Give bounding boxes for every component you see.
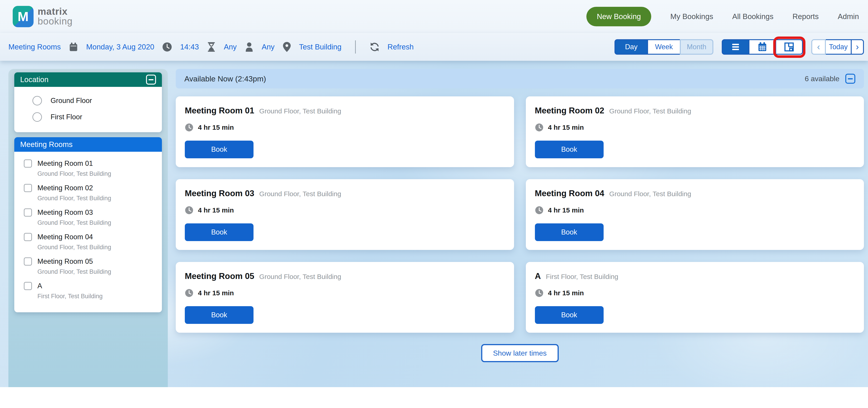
card-duration: 4 hr 15 min — [548, 207, 584, 214]
brand-name-line2: booking — [38, 17, 72, 26]
card-room-location: Ground Floor, Test Building — [259, 190, 341, 198]
content-area: Location Ground Floor First Floor — [0, 61, 868, 387]
results-area: Available Now (2:43pm) 6 available Meeti… — [176, 69, 864, 362]
prev-day-button[interactable]: ‹ — [811, 39, 826, 55]
radio-first-floor[interactable] — [32, 112, 42, 122]
book-button[interactable]: Book — [185, 223, 253, 241]
list-view-button[interactable] — [722, 39, 749, 55]
book-button[interactable]: Book — [185, 306, 253, 324]
card-duration: 4 hr 15 min — [198, 124, 234, 131]
card-room-location: Ground Floor, Test Building — [259, 273, 341, 281]
date-selector[interactable]: Monday, 3 Aug 2020 — [86, 43, 154, 51]
radio-ground-floor[interactable] — [32, 96, 42, 105]
brand-name-line1: matrix — [38, 7, 72, 17]
floorplan-view-button[interactable] — [775, 39, 803, 55]
location-option-ground: Ground Floor — [32, 96, 162, 105]
clock-icon — [162, 42, 172, 52]
room-name: Meeting Room 03 — [37, 209, 93, 217]
card-room-location: First Floor, Test Building — [546, 273, 618, 281]
calendar-view-button[interactable] — [748, 39, 776, 55]
clock-icon — [185, 289, 193, 297]
rooms-panel-body: Meeting Room 01 Ground Floor, Test Build… — [14, 152, 162, 312]
card-room-name: A — [535, 272, 541, 281]
period-day-button[interactable]: Day — [615, 39, 648, 55]
room-list-item: Meeting Room 04 Ground Floor, Test Build… — [24, 233, 162, 251]
time-selector[interactable]: 14:43 — [180, 43, 199, 51]
main-nav: New Booking My Bookings All Bookings Rep… — [586, 7, 859, 26]
view-mode-toggle — [722, 39, 803, 55]
room-card-grid: Meeting Room 01 Ground Floor, Test Build… — [176, 96, 864, 333]
collapse-results-icon[interactable] — [845, 74, 855, 84]
room-location: Ground Floor, Test Building — [37, 170, 162, 177]
period-month-button[interactable]: Month — [680, 39, 713, 55]
card-duration: 4 hr 15 min — [548, 124, 584, 131]
nav-item-admin[interactable]: Admin — [838, 12, 859, 21]
attendees-selector[interactable]: Any — [262, 43, 275, 51]
card-room-name: Meeting Room 03 — [185, 189, 254, 198]
next-day-button[interactable]: › — [851, 39, 864, 55]
clock-icon — [185, 123, 193, 132]
period-week-button[interactable]: Week — [647, 39, 681, 55]
app-screen: M matrix booking New Booking My Bookings… — [0, 0, 868, 408]
card-room-name: Meeting Room 04 — [535, 189, 604, 198]
period-toggle: Day Week Month — [615, 39, 713, 55]
checkbox-room-03[interactable] — [24, 209, 32, 217]
available-count: 6 available — [805, 74, 839, 83]
room-card: A First Floor, Test Building 4 hr 15 min… — [526, 262, 864, 333]
card-room-name: Meeting Room 05 — [185, 272, 254, 281]
book-button[interactable]: Book — [535, 306, 603, 324]
nav-item-reports[interactable]: Reports — [793, 12, 819, 21]
location-option-first: First Floor — [32, 112, 162, 122]
booking-type-selector[interactable]: Meeting Rooms — [8, 43, 61, 51]
radio-label: Ground Floor — [51, 97, 92, 105]
clock-icon — [535, 123, 544, 132]
room-card: Meeting Room 01 Ground Floor, Test Build… — [176, 96, 514, 167]
checkbox-room-a[interactable] — [24, 282, 32, 290]
room-location: First Floor, Test Building — [37, 293, 162, 300]
nav-item-new-booking[interactable]: New Booking — [586, 7, 651, 26]
clock-icon — [535, 206, 544, 215]
floorplan-view-icon — [784, 42, 794, 52]
brand-name: matrix booking — [38, 7, 72, 26]
checkbox-room-05[interactable] — [24, 257, 32, 265]
checkbox-room-02[interactable] — [24, 184, 32, 192]
filter-toolbar: Meeting Rooms Monday, 3 Aug 2020 14:43 — [0, 33, 868, 61]
nav-item-my-bookings[interactable]: My Bookings — [670, 12, 713, 21]
today-button[interactable]: Today — [825, 39, 852, 55]
sidebar: Location Ground Floor First Floor — [8, 69, 168, 387]
checkbox-room-04[interactable] — [24, 233, 32, 241]
date-nav: ‹ Today › — [811, 39, 864, 55]
room-location: Ground Floor, Test Building — [37, 219, 162, 226]
room-location: Ground Floor, Test Building — [37, 244, 162, 251]
room-card: Meeting Room 04 Ground Floor, Test Build… — [526, 179, 864, 250]
location-panel-header: Location — [14, 72, 162, 87]
availability-title: Available Now (2:43pm) — [184, 74, 266, 83]
room-list-item: Meeting Room 01 Ground Floor, Test Build… — [24, 159, 162, 177]
checkbox-room-01[interactable] — [24, 159, 32, 167]
card-room-location: Ground Floor, Test Building — [609, 107, 691, 115]
clock-icon — [185, 206, 193, 215]
nav-item-all-bookings[interactable]: All Bookings — [732, 12, 773, 21]
book-button[interactable]: Book — [535, 140, 603, 158]
room-location: Ground Floor, Test Building — [37, 268, 162, 275]
location-panel-body: Ground Floor First Floor — [14, 87, 162, 132]
room-list-item: A First Floor, Test Building — [24, 282, 162, 300]
rooms-panel-title: Meeting Rooms — [20, 140, 72, 149]
show-later-times-button[interactable]: Show later times — [481, 344, 559, 362]
rooms-panel: Meeting Rooms Meeting Room 01 Ground Flo… — [14, 137, 162, 312]
location-pin-icon — [282, 41, 291, 52]
book-button[interactable]: Book — [185, 140, 253, 158]
toolbar-divider — [355, 40, 356, 54]
room-name: A — [37, 282, 42, 290]
duration-selector[interactable]: Any — [224, 43, 237, 51]
room-card: Meeting Room 05 Ground Floor, Test Build… — [176, 262, 514, 333]
book-button[interactable]: Book — [535, 223, 603, 241]
room-card: Meeting Room 03 Ground Floor, Test Build… — [176, 179, 514, 250]
collapse-location-icon[interactable] — [146, 74, 156, 85]
card-duration: 4 hr 15 min — [198, 207, 234, 214]
radio-label: First Floor — [51, 113, 82, 121]
brand-logo[interactable]: M matrix booking — [13, 6, 72, 27]
refresh-button[interactable]: Refresh — [388, 43, 414, 51]
card-duration: 4 hr 15 min — [198, 289, 234, 297]
building-selector[interactable]: Test Building — [299, 43, 341, 51]
